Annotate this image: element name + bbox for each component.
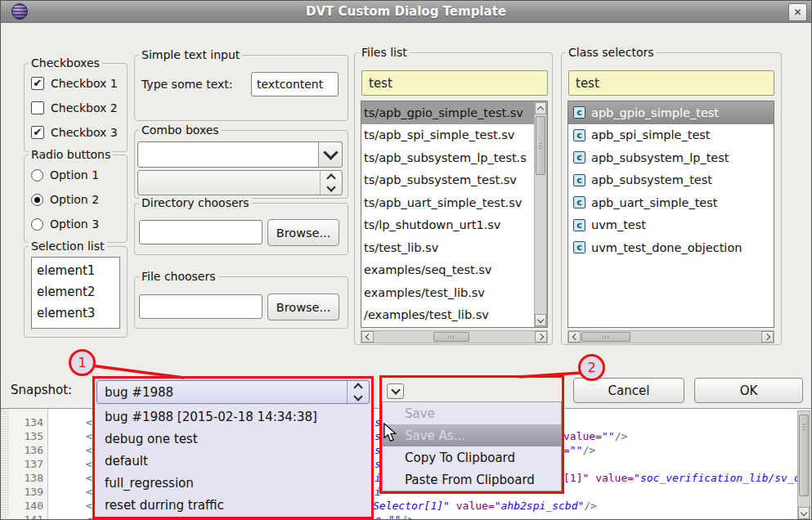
thumb-grip: [539, 143, 542, 149]
file-browse-button[interactable]: Browse...: [267, 294, 339, 321]
directory-choosers-title: Directory choosers: [139, 196, 252, 209]
callout-circle-2: 2: [578, 354, 605, 381]
simple-text-input-title: Simple text input: [139, 48, 242, 61]
radio-1-circle[interactable]: [31, 169, 43, 182]
scroll-left-button[interactable]: [361, 331, 374, 343]
menu-item-save-as[interactable]: Save As...: [383, 424, 561, 446]
checkbox-2[interactable]: Checkbox 2: [25, 96, 127, 120]
close-icon[interactable]: ✕: [788, 3, 807, 21]
class-icon: c: [573, 151, 585, 164]
ok-button[interactable]: OK: [694, 378, 803, 403]
list-item[interactable]: element2: [32, 281, 119, 303]
scroll-right-button[interactable]: [761, 331, 774, 343]
radio-3-circle[interactable]: [31, 218, 43, 231]
class-row[interactable]: capb_spi_simple_test: [568, 124, 774, 147]
class-filter-input[interactable]: [568, 70, 774, 96]
class-row[interactable]: capb_subsystem_lp_test: [568, 146, 774, 169]
cancel-button[interactable]: Cancel: [573, 378, 684, 403]
checkbox-3-box[interactable]: ✔: [31, 126, 44, 139]
checkbox-1[interactable]: ✔ Checkbox 1: [25, 71, 127, 96]
title-bar[interactable]: DVT Custom Dialog Template ✕: [1, 1, 811, 23]
combo-box-field[interactable]: [137, 141, 343, 168]
snapshot-menu-button[interactable]: [387, 383, 404, 399]
file-row[interactable]: examples/seq_test.sv: [361, 259, 536, 282]
file-row[interactable]: ts/apb_spi_simple_test.sv: [361, 124, 536, 147]
files-list-title: Files list: [359, 46, 410, 59]
files-list[interactable]: ts/apb_gpio_simple_test.sv ts/apb_spi_si…: [361, 101, 548, 328]
class-row[interactable]: cuvm_test_done_objection: [568, 236, 774, 259]
file-row-selected[interactable]: ts/apb_gpio_simple_test.sv: [361, 101, 536, 124]
selection-list-group: Selection list element1 element2 element…: [24, 246, 128, 338]
radio-2-circle[interactable]: [31, 194, 43, 206]
files-filter-input[interactable]: [361, 70, 548, 96]
class-row[interactable]: capb_uart_simple_test: [568, 191, 774, 214]
directory-browse-button[interactable]: Browse...: [267, 219, 339, 246]
thumb-grip: [802, 424, 805, 430]
scroll-down-button[interactable]: [798, 507, 810, 519]
editor-scrollbar[interactable]: [797, 410, 810, 520]
text-input-field[interactable]: [251, 72, 339, 96]
scroll-up-button[interactable]: [535, 102, 546, 114]
checkbox-3[interactable]: ✔ Checkbox 3: [25, 120, 127, 145]
class-row-selected[interactable]: capb_gpio_simple_test: [568, 101, 774, 124]
text-input-label: Type some text:: [141, 78, 233, 91]
dropdown-item[interactable]: default: [96, 450, 370, 472]
dropdown-item[interactable]: bug #1988 [2015-02-18 14:34:38]: [96, 406, 370, 428]
checkbox-1-box[interactable]: ✔: [31, 77, 44, 90]
list-item[interactable]: element1: [32, 260, 119, 281]
file-row[interactable]: ts/apb_subsystem_test.sv: [361, 169, 536, 192]
class-row[interactable]: capb_subsystem_test: [568, 169, 774, 192]
menu-item-paste-from-clipboard[interactable]: Paste From Clipboard: [383, 468, 561, 491]
class-list[interactable]: capb_gpio_simple_test capb_spi_simple_te…: [568, 101, 774, 328]
class-row[interactable]: cuvm_test: [568, 214, 774, 237]
file-row[interactable]: examples/test_lib.sv: [361, 281, 536, 304]
scrollbar-thumb[interactable]: [581, 332, 630, 342]
file-row[interactable]: ts/test_lib.sv: [361, 236, 536, 259]
radio-option-2[interactable]: Option 2: [25, 187, 127, 212]
combo-box-readonly[interactable]: [137, 170, 343, 195]
dropdown-item[interactable]: debug one test: [96, 428, 370, 450]
chevron-left-icon: [572, 334, 578, 340]
dropdown-item[interactable]: full_regression: [96, 473, 370, 495]
class-horizontal-scrollbar[interactable]: [568, 330, 774, 343]
combo-box-editable[interactable]: [137, 141, 343, 168]
file-row[interactable]: ts/lp_shutdown_urt1.sv: [361, 214, 536, 237]
scrollbar-thumb[interactable]: [536, 116, 545, 175]
class-icon: c: [573, 219, 585, 231]
dropdown-item[interactable]: reset durring traffic: [96, 495, 370, 517]
scroll-right-button[interactable]: [535, 331, 547, 343]
selection-list-title: Selection list: [29, 240, 107, 253]
combo-dropdown-button[interactable]: [318, 141, 343, 168]
snapshot-dropdown-list[interactable]: bug #1988 [2015-02-18 14:34:38] debug on…: [96, 406, 370, 517]
chevron-down-icon: [537, 316, 544, 322]
simple-text-input-group: Simple text input Type some text:: [134, 55, 348, 121]
combo-spinner[interactable]: [320, 171, 342, 195]
menu-item-copy-to-clipboard[interactable]: Copy To Clipboard: [383, 446, 561, 468]
file-path-field[interactable]: [139, 294, 262, 319]
radio-option-1[interactable]: Option 1: [25, 163, 127, 187]
files-vertical-scrollbar[interactable]: [534, 101, 547, 327]
file-choosers-group: File choosers Browse...: [134, 276, 348, 329]
file-row[interactable]: ts/apb_subsystem_lp_test.s: [361, 146, 536, 169]
checkboxes-group: Checkboxes ✔ Checkbox 1 Checkbox 2 ✔ Che…: [24, 63, 128, 152]
selection-list[interactable]: element1 element2 element3: [31, 257, 120, 329]
file-row[interactable]: ts/apb_uart_simple_test.sv: [361, 191, 536, 214]
file-row[interactable]: /examples/test_lib.sv: [361, 304, 536, 327]
class-selectors-title: Class selectors: [566, 46, 657, 59]
scrollbar-thumb[interactable]: [799, 415, 809, 496]
list-item[interactable]: element3: [32, 303, 119, 324]
checkbox-2-box[interactable]: [31, 101, 44, 114]
class-icon: c: [573, 129, 585, 141]
scroll-down-button[interactable]: [535, 314, 546, 326]
files-horizontal-scrollbar[interactable]: [361, 330, 548, 343]
snapshot-combo-value: bug #1988: [105, 385, 173, 400]
class-row-label: apb_subsystem_lp_test: [591, 151, 729, 164]
scrollbar-thumb[interactable]: [433, 332, 469, 342]
menu-item-save[interactable]: Save: [383, 402, 561, 424]
scroll-left-button[interactable]: [568, 331, 581, 343]
snapshot-combo-spinner[interactable]: [347, 381, 369, 403]
snapshot-menu[interactable]: Save Save As... Copy To Clipboard Paste …: [382, 401, 562, 491]
radio-option-3[interactable]: Option 3: [25, 212, 127, 236]
directory-path-field[interactable]: [139, 220, 262, 244]
snapshot-combo[interactable]: bug #1988: [96, 380, 370, 404]
